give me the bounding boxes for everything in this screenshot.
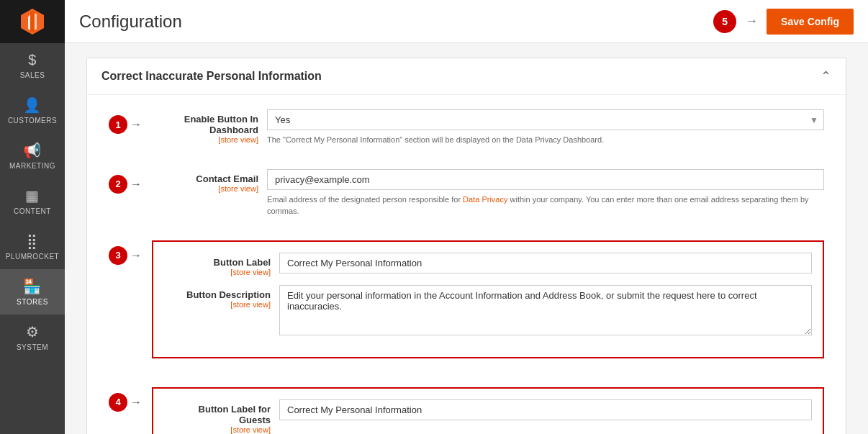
button-label-guests-label: Button Label for Guests [164, 404, 271, 425]
step-1-badge: 1 [109, 115, 127, 134]
marketing-icon: 📢 [23, 142, 42, 159]
config-section: Correct Inaccurate Personal Information … [86, 58, 846, 434]
sidebar-item-label-system: SYSTEM [17, 343, 48, 351]
button-label-input[interactable] [279, 253, 812, 273]
field-2-control: Email address of the designated person r… [267, 169, 824, 217]
button-label-control [279, 253, 812, 273]
sidebar-item-label-stores: STORES [17, 298, 48, 306]
step-2-badge: 2 [109, 175, 127, 194]
system-icon: ⚙ [26, 323, 40, 340]
sidebar-item-label-marketing: MARKETING [9, 162, 55, 170]
step-3-indicator: 3 → [109, 240, 152, 265]
field-4-row: 4 → Button Label for Guests [store view] [109, 387, 824, 435]
field-2-inner: Contact Email [store view] Email address… [152, 169, 824, 217]
magento-logo-icon [18, 7, 47, 36]
sidebar-item-label-customers: CUSTOMERS [8, 117, 57, 125]
sales-icon: $ [28, 52, 37, 68]
step-1-indicator: 1 → [109, 109, 152, 134]
button-desc-label: Button Description [164, 289, 271, 300]
field-2-label: Contact Email [152, 173, 258, 184]
button-label-label-wrap: Button Label [store view] [164, 253, 279, 276]
sidebar-item-sales[interactable]: $ SALES [0, 43, 65, 88]
field-3-row: 3 → Button Label [store view] [109, 240, 824, 373]
button-label-store-view: [store view] [164, 268, 271, 276]
step-2-arrow-icon: → [130, 178, 142, 191]
svg-rect-3 [30, 12, 35, 32]
button-desc-control [279, 285, 812, 338]
field-2-store-view: [store view] [152, 184, 258, 193]
content-icon: ▦ [25, 187, 40, 204]
field-1-select-wrapper: Yes No ▼ [267, 109, 824, 130]
stores-icon: 🏪 [23, 278, 42, 295]
field-2-label-wrap: Contact Email [store view] [152, 169, 267, 193]
field-3-grouped-box: Button Label [store view] Button [152, 240, 824, 358]
field-1-row: 1 → Enable Button In Dashboard [store vi… [109, 109, 824, 155]
form-content: 1 → Enable Button In Dashboard [store vi… [87, 95, 846, 434]
main-content: Configuration 5 → Save Config Correct In… [65, 0, 868, 434]
field-1-control: Yes No ▼ The "Correct My Personal Inform… [267, 109, 824, 146]
sidebar-item-stores[interactable]: 🏪 STORES [0, 269, 65, 315]
sidebar-logo [0, 0, 65, 43]
step-arrow-icon: → [745, 14, 758, 29]
collapse-button[interactable]: ⌃ [820, 68, 831, 84]
field-4-content: Button Label for Guests [store view] [152, 387, 824, 435]
step-4-indicator: 4 → [109, 387, 152, 412]
button-label-guests-row: Button Label for Guests [store view] [164, 399, 812, 434]
step-5-badge: 5 [713, 10, 736, 33]
enable-button-select[interactable]: Yes No [267, 109, 824, 130]
field-1-store-view: [store view] [152, 135, 258, 144]
button-desc-store-view: [store view] [164, 300, 271, 309]
field-1-inner: Enable Button In Dashboard [store view] … [152, 109, 824, 146]
sidebar-item-customers[interactable]: 👤 CUSTOMERS [0, 88, 65, 133]
step-3-arrow-icon: → [130, 249, 142, 262]
field-1-label-wrap: Enable Button In Dashboard [store view] [152, 109, 267, 144]
sidebar-item-plumrocket[interactable]: ⣿ PLUMROCKET [0, 224, 65, 269]
sidebar-item-label-content: CONTENT [14, 207, 51, 215]
button-desc-label-wrap: Button Description [store view] [164, 285, 279, 309]
step-4-badge: 4 [109, 393, 127, 412]
sidebar: $ SALES 👤 CUSTOMERS 📢 MARKETING ▦ CONTEN… [0, 0, 65, 434]
customers-icon: 👤 [23, 96, 42, 114]
section-header: Correct Inaccurate Personal Information … [87, 58, 846, 95]
button-label-label: Button Label [164, 257, 271, 268]
button-desc-row: Button Description [store view] [164, 285, 812, 338]
header-actions: 5 → Save Config [713, 9, 854, 35]
field-3-content: Button Label [store view] Button [152, 240, 824, 373]
field-4-grouped-box: Button Label for Guests [store view] [152, 387, 824, 435]
button-label-guests-input[interactable] [279, 399, 812, 420]
button-label-row: Button Label [store view] [164, 253, 812, 276]
save-config-button[interactable]: Save Config [767, 9, 854, 35]
step-4-arrow-icon: → [130, 396, 142, 409]
field-2-row: 2 → Contact Email [store view] Email add… [109, 169, 824, 226]
button-desc-textarea[interactable] [279, 285, 812, 335]
sidebar-item-system[interactable]: ⚙ SYSTEM [0, 315, 65, 360]
field-1-hint: The "Correct My Personal Information" se… [267, 134, 824, 146]
field-2-hint: Email address of the designated person r… [267, 194, 824, 217]
button-label-guests-control [279, 399, 812, 420]
step-3-badge: 3 [109, 246, 127, 265]
sidebar-item-content[interactable]: ▦ CONTENT [0, 178, 65, 224]
content-area: Correct Inaccurate Personal Information … [65, 43, 868, 434]
button-label-guests-label-wrap: Button Label for Guests [store view] [164, 399, 279, 434]
sidebar-item-label-plumrocket: PLUMROCKET [6, 253, 59, 261]
field-2-content: Contact Email [store view] Email address… [152, 169, 824, 226]
section-title: Correct Inaccurate Personal Information [101, 70, 322, 83]
contact-email-input[interactable] [267, 169, 824, 190]
step-2-indicator: 2 → [109, 169, 152, 194]
field-1-label: Enable Button In Dashboard [152, 114, 258, 135]
button-label-guests-store-view: [store view] [164, 425, 271, 434]
plumrocket-icon: ⣿ [27, 232, 38, 250]
page-header: Configuration 5 → Save Config [65, 0, 868, 43]
page-title: Configuration [79, 12, 182, 32]
sidebar-item-marketing[interactable]: 📢 MARKETING [0, 133, 65, 178]
step-1-arrow-icon: → [130, 118, 142, 131]
field-1-content: Enable Button In Dashboard [store view] … [152, 109, 824, 155]
sidebar-item-label-sales: SALES [20, 71, 45, 79]
